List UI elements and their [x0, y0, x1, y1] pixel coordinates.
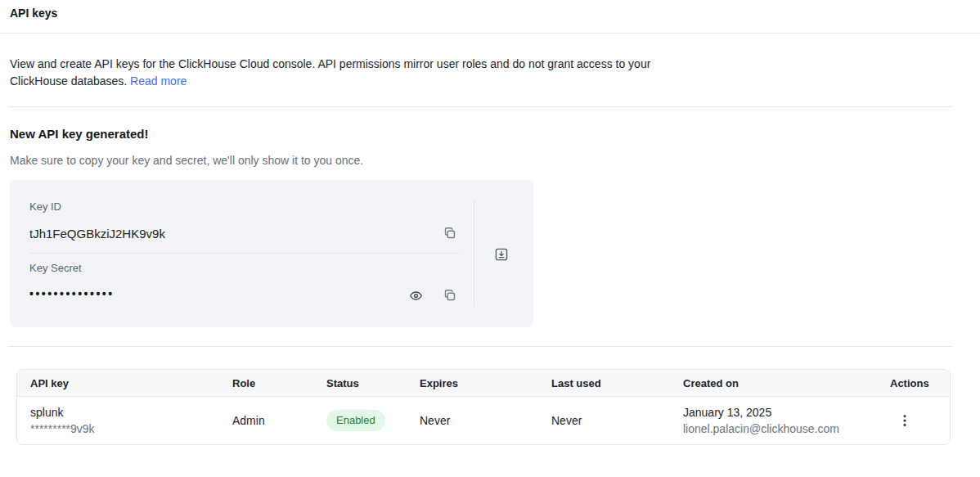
kebab-menu-icon	[903, 414, 906, 427]
key-secret-masked-value: ••••••••••••••	[29, 287, 115, 300]
new-key-banner-title: New API key generated!	[10, 127, 980, 141]
section-divider	[8, 106, 952, 107]
download-icon	[494, 247, 509, 262]
role-cell: Admin	[219, 412, 313, 429]
api-key-name: splunk	[30, 404, 219, 421]
new-key-banner-subtitle: Make sure to copy your key and secret, w…	[10, 152, 980, 169]
table-header-row: API key Role Status Expires Last used Cr…	[17, 370, 950, 397]
table-row: splunk *********9v9k Admin Enabled Never…	[17, 397, 950, 444]
row-actions-menu-button[interactable]	[897, 411, 913, 430]
created-on-cell: January 13, 2025 lionel.palacin@clickhou…	[670, 404, 877, 437]
key-secret-label: Key Secret	[29, 262, 82, 274]
column-header-api-key: API key	[17, 377, 219, 389]
created-on-date: January 13, 2025	[683, 404, 877, 421]
column-header-last-used: Last used	[538, 377, 670, 389]
key-panel-vertical-divider	[474, 200, 474, 307]
key-id-label: Key ID	[29, 200, 61, 213]
reveal-secret-button[interactable]	[407, 286, 425, 304]
section-divider	[8, 346, 952, 347]
page-header: API keys	[0, 0, 980, 34]
page-title: API keys	[10, 7, 970, 20]
description-text: View and create API keys for the ClickHo…	[10, 57, 650, 88]
api-key-cell: splunk *********9v9k	[17, 404, 219, 437]
eye-icon	[409, 289, 423, 303]
last-used-cell: Never	[538, 412, 670, 429]
column-header-expires: Expires	[407, 377, 538, 389]
column-header-actions: Actions	[877, 377, 950, 389]
column-header-status: Status	[313, 377, 407, 389]
api-keys-table: API key Role Status Expires Last used Cr…	[16, 369, 951, 445]
generated-key-panel: Key ID tJh1FeQGBkziJ2HK9v9k Key Secret •…	[10, 180, 533, 327]
status-cell: Enabled	[313, 410, 407, 431]
copy-icon	[443, 289, 456, 302]
key-id-value: tJh1FeQGBkziJ2HK9v9k	[29, 227, 165, 241]
copy-icon	[443, 227, 456, 240]
page-description: View and create API keys for the ClickHo…	[10, 56, 679, 90]
actions-cell	[877, 411, 950, 430]
download-credentials-button[interactable]	[491, 244, 512, 265]
read-more-link[interactable]: Read more	[130, 74, 187, 88]
key-panel-divider	[29, 253, 459, 254]
api-key-masked: *********9v9k	[30, 421, 219, 437]
copy-key-id-button[interactable]	[441, 224, 459, 242]
created-on-by: lionel.palacin@clickhouse.com	[683, 421, 877, 437]
expires-cell: Never	[407, 412, 538, 429]
api-keys-page: API keys View and create API keys for th…	[0, 0, 980, 445]
copy-key-secret-button[interactable]	[441, 286, 459, 304]
column-header-role: Role	[219, 377, 313, 389]
status-badge: Enabled	[326, 410, 385, 431]
column-header-created-on: Created on	[670, 377, 877, 389]
